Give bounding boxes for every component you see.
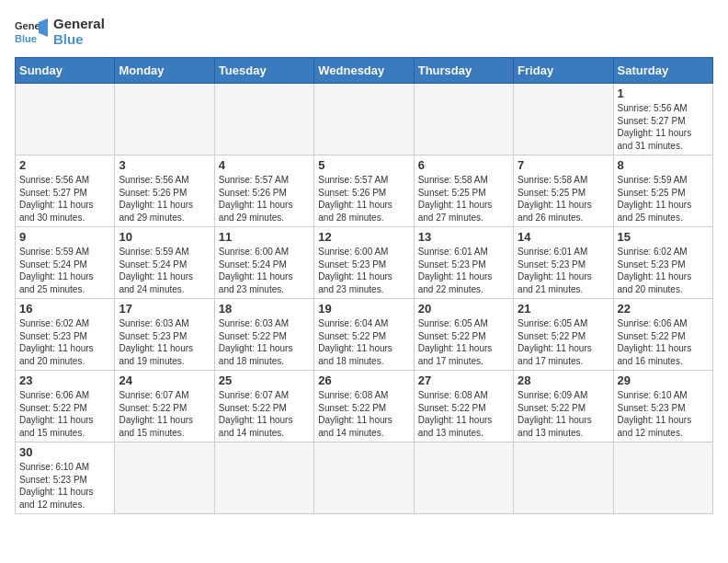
- weekday-header-saturday: Saturday: [613, 58, 712, 84]
- calendar-cell: [514, 84, 613, 155]
- page-header: General Blue General Blue: [15, 15, 713, 48]
- calendar-cell: 28Sunrise: 6:09 AM Sunset: 5:22 PM Dayli…: [514, 371, 613, 442]
- calendar-cell: 3Sunrise: 5:56 AM Sunset: 5:26 PM Daylig…: [115, 155, 214, 227]
- logo: General Blue General Blue: [15, 15, 105, 48]
- logo-icon: General Blue: [15, 15, 48, 48]
- day-content: Sunrise: 6:10 AM Sunset: 5:23 PM Dayligh…: [618, 389, 709, 439]
- day-content: Sunrise: 6:10 AM Sunset: 5:23 PM Dayligh…: [19, 461, 110, 511]
- calendar-cell: 7Sunrise: 5:58 AM Sunset: 5:25 PM Daylig…: [514, 155, 613, 227]
- calendar-cell: 29Sunrise: 6:10 AM Sunset: 5:23 PM Dayli…: [613, 371, 712, 442]
- day-number: 9: [19, 230, 110, 244]
- week-row-3: 9Sunrise: 5:59 AM Sunset: 5:24 PM Daylig…: [16, 227, 713, 299]
- day-content: Sunrise: 6:02 AM Sunset: 5:23 PM Dayligh…: [19, 317, 110, 367]
- calendar-cell: [214, 442, 313, 514]
- logo-general-text: General: [53, 16, 105, 31]
- week-row-2: 2Sunrise: 5:56 AM Sunset: 5:27 PM Daylig…: [16, 155, 713, 227]
- calendar-cell: 17Sunrise: 6:03 AM Sunset: 5:23 PM Dayli…: [115, 299, 214, 371]
- day-number: 10: [119, 230, 210, 244]
- day-number: 27: [418, 373, 509, 387]
- day-number: 26: [318, 373, 409, 387]
- day-number: 8: [618, 158, 709, 172]
- logo-blue-text: Blue: [53, 31, 105, 47]
- calendar-cell: 21Sunrise: 6:05 AM Sunset: 5:22 PM Dayli…: [514, 299, 613, 371]
- day-content: Sunrise: 6:05 AM Sunset: 5:22 PM Dayligh…: [418, 317, 509, 367]
- calendar-cell: [314, 84, 414, 155]
- day-number: 23: [19, 373, 110, 387]
- day-content: Sunrise: 6:06 AM Sunset: 5:22 PM Dayligh…: [618, 317, 709, 367]
- day-number: 7: [518, 158, 609, 172]
- calendar-cell: 23Sunrise: 6:06 AM Sunset: 5:22 PM Dayli…: [16, 371, 115, 442]
- day-number: 13: [418, 230, 509, 244]
- weekday-header-monday: Monday: [115, 58, 214, 84]
- calendar-cell: 15Sunrise: 6:02 AM Sunset: 5:23 PM Dayli…: [613, 227, 712, 299]
- calendar-table: SundayMondayTuesdayWednesdayThursdayFrid…: [15, 57, 713, 514]
- day-content: Sunrise: 6:01 AM Sunset: 5:23 PM Dayligh…: [518, 246, 609, 295]
- weekday-header-thursday: Thursday: [414, 58, 513, 84]
- day-number: 19: [318, 302, 409, 316]
- calendar-cell: 4Sunrise: 5:57 AM Sunset: 5:26 PM Daylig…: [214, 155, 313, 227]
- calendar-cell: 6Sunrise: 5:58 AM Sunset: 5:25 PM Daylig…: [414, 155, 513, 227]
- calendar-cell: [115, 84, 214, 155]
- day-content: Sunrise: 6:08 AM Sunset: 5:22 PM Dayligh…: [318, 389, 409, 439]
- day-number: 4: [219, 158, 310, 172]
- calendar-cell: [115, 442, 214, 514]
- weekday-header-friday: Friday: [514, 58, 613, 84]
- day-content: Sunrise: 5:56 AM Sunset: 5:27 PM Dayligh…: [19, 174, 110, 224]
- weekday-header-tuesday: Tuesday: [214, 58, 313, 84]
- calendar-cell: 19Sunrise: 6:04 AM Sunset: 5:22 PM Dayli…: [314, 299, 414, 371]
- weekday-header-sunday: Sunday: [16, 58, 115, 84]
- day-content: Sunrise: 5:57 AM Sunset: 5:26 PM Dayligh…: [318, 174, 409, 224]
- day-content: Sunrise: 6:02 AM Sunset: 5:23 PM Dayligh…: [618, 246, 709, 295]
- calendar-cell: [16, 84, 115, 155]
- day-content: Sunrise: 5:57 AM Sunset: 5:26 PM Dayligh…: [219, 174, 310, 224]
- day-number: 17: [119, 302, 210, 316]
- day-number: 11: [219, 230, 310, 244]
- day-content: Sunrise: 5:58 AM Sunset: 5:25 PM Dayligh…: [518, 174, 609, 224]
- calendar-cell: [414, 84, 513, 155]
- calendar-cell: 12Sunrise: 6:00 AM Sunset: 5:23 PM Dayli…: [314, 227, 414, 299]
- day-number: 24: [119, 373, 210, 387]
- calendar-cell: 16Sunrise: 6:02 AM Sunset: 5:23 PM Dayli…: [16, 299, 115, 371]
- day-number: 1: [618, 86, 709, 100]
- day-content: Sunrise: 6:09 AM Sunset: 5:22 PM Dayligh…: [518, 389, 609, 439]
- day-number: 15: [618, 230, 709, 244]
- day-content: Sunrise: 6:07 AM Sunset: 5:22 PM Dayligh…: [119, 389, 210, 439]
- day-number: 28: [518, 373, 609, 387]
- day-number: 5: [318, 158, 409, 172]
- calendar-cell: 10Sunrise: 5:59 AM Sunset: 5:24 PM Dayli…: [115, 227, 214, 299]
- calendar-cell: 2Sunrise: 5:56 AM Sunset: 5:27 PM Daylig…: [16, 155, 115, 227]
- day-number: 21: [518, 302, 609, 316]
- day-number: 2: [19, 158, 110, 172]
- day-number: 30: [19, 445, 110, 459]
- day-number: 3: [119, 158, 210, 172]
- day-number: 22: [618, 302, 709, 316]
- day-number: 16: [19, 302, 110, 316]
- calendar-cell: 9Sunrise: 5:59 AM Sunset: 5:24 PM Daylig…: [16, 227, 115, 299]
- day-content: Sunrise: 6:00 AM Sunset: 5:23 PM Dayligh…: [318, 246, 409, 295]
- calendar-cell: 25Sunrise: 6:07 AM Sunset: 5:22 PM Dayli…: [214, 371, 313, 442]
- day-number: 25: [219, 373, 310, 387]
- calendar-cell: [314, 442, 414, 514]
- day-content: Sunrise: 5:56 AM Sunset: 5:26 PM Dayligh…: [119, 174, 210, 224]
- calendar-cell: 5Sunrise: 5:57 AM Sunset: 5:26 PM Daylig…: [314, 155, 414, 227]
- day-number: 14: [518, 230, 609, 244]
- day-number: 29: [618, 373, 709, 387]
- calendar-cell: 30Sunrise: 6:10 AM Sunset: 5:23 PM Dayli…: [16, 442, 115, 514]
- week-row-5: 23Sunrise: 6:06 AM Sunset: 5:22 PM Dayli…: [16, 371, 713, 442]
- calendar-cell: 11Sunrise: 6:00 AM Sunset: 5:24 PM Dayli…: [214, 227, 313, 299]
- weekday-header-wednesday: Wednesday: [314, 58, 414, 84]
- day-content: Sunrise: 6:04 AM Sunset: 5:22 PM Dayligh…: [318, 317, 409, 367]
- calendar-cell: 13Sunrise: 6:01 AM Sunset: 5:23 PM Dayli…: [414, 227, 513, 299]
- week-row-1: 1Sunrise: 5:56 AM Sunset: 5:27 PM Daylig…: [16, 84, 713, 155]
- calendar-cell: 27Sunrise: 6:08 AM Sunset: 5:22 PM Dayli…: [414, 371, 513, 442]
- week-row-4: 16Sunrise: 6:02 AM Sunset: 5:23 PM Dayli…: [16, 299, 713, 371]
- day-content: Sunrise: 5:56 AM Sunset: 5:27 PM Dayligh…: [618, 102, 709, 152]
- svg-text:Blue: Blue: [15, 33, 37, 44]
- calendar-cell: 26Sunrise: 6:08 AM Sunset: 5:22 PM Dayli…: [314, 371, 414, 442]
- day-content: Sunrise: 5:59 AM Sunset: 5:25 PM Dayligh…: [618, 174, 709, 224]
- weekday-header-row: SundayMondayTuesdayWednesdayThursdayFrid…: [16, 58, 713, 84]
- calendar-cell: 24Sunrise: 6:07 AM Sunset: 5:22 PM Dayli…: [115, 371, 214, 442]
- day-content: Sunrise: 6:00 AM Sunset: 5:24 PM Dayligh…: [219, 246, 310, 295]
- day-number: 12: [318, 230, 409, 244]
- week-row-6: 30Sunrise: 6:10 AM Sunset: 5:23 PM Dayli…: [16, 442, 713, 514]
